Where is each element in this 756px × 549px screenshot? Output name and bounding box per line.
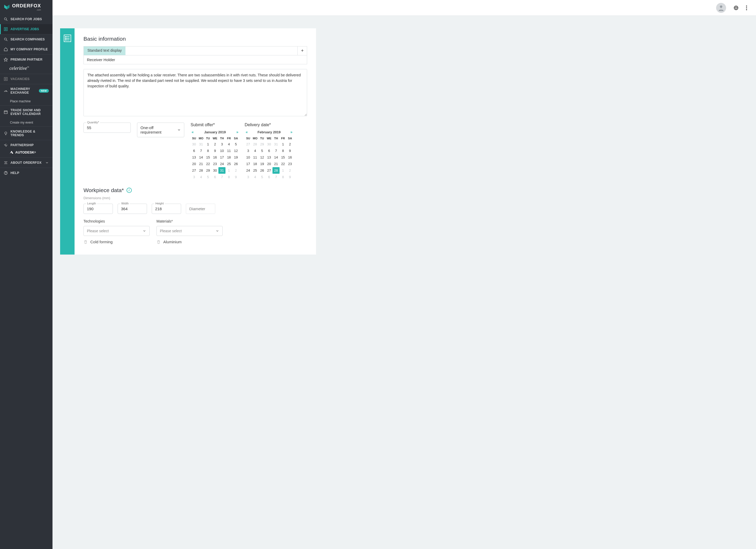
height-input[interactable] [152,204,181,214]
calendar-day[interactable]: 5 [204,174,212,180]
calendar-day[interactable]: 31 [272,141,280,147]
calendar-day[interactable]: 7 [218,174,225,180]
calendar-day[interactable]: 8 [204,147,212,154]
sidebar-item-machinery[interactable]: MACHINERY EXCHANGE NEW [0,84,53,97]
trash-icon[interactable] [156,240,161,244]
sidebar-item-premium[interactable]: PREMIUM PARTNER [0,55,53,65]
sidebar-item-tradeshow[interactable]: TRADE SHOW AND EVENT CALENDAR [0,105,53,119]
diameter-input[interactable] [186,204,215,214]
calendar-day[interactable]: 5 [259,147,266,154]
calendar-day[interactable]: 9 [286,174,293,180]
calendar-day[interactable]: 27 [266,167,273,174]
calendar-day[interactable]: 7 [198,147,205,154]
sidebar-sub-create-event[interactable]: Create my event [0,119,53,126]
materials-select[interactable]: Please select [156,226,223,236]
calendar-day[interactable]: 17 [218,154,225,161]
calendar-day[interactable]: 19 [232,154,239,161]
calendar-day[interactable]: 4 [225,141,233,147]
autodesk-logo[interactable]: AUTODESK® [0,150,53,157]
calendar-day[interactable]: 16 [286,154,293,161]
brand-logo[interactable]: ORDERFOX .com [0,0,53,14]
cal-prev-button[interactable]: « [245,130,249,134]
calendar-day[interactable]: 29 [259,141,266,147]
calendar-day[interactable]: 3 [245,147,252,154]
tab-standard-text[interactable]: Standard text display [84,46,125,55]
calendar-day[interactable]: 4 [198,174,205,180]
calendar-day[interactable]: 8 [280,147,287,154]
calendar-day[interactable]: 4 [252,174,259,180]
cal-prev-button[interactable]: « [191,130,195,134]
calendar-day[interactable]: 11 [225,147,233,154]
calendar-day[interactable]: 9 [232,174,239,180]
calendar-day[interactable]: 28 [272,167,280,174]
calendar-day[interactable]: 3 [218,141,225,147]
calendar-day[interactable]: 21 [198,161,205,167]
calendar-day[interactable]: 15 [280,154,287,161]
title-input[interactable] [83,55,307,64]
calendar-day[interactable]: 15 [204,154,212,161]
calendar-day[interactable]: 18 [252,161,259,167]
calendar-day[interactable]: 16 [212,154,219,161]
calendar-day[interactable]: 6 [266,147,273,154]
calendar-day[interactable]: 18 [225,154,233,161]
calendar-day[interactable]: 7 [272,147,280,154]
sidebar-item-search-companies[interactable]: SEARCH COMPANIES [0,34,53,44]
length-input[interactable] [83,204,113,214]
calendar-day[interactable]: 17 [245,161,252,167]
cal-next-button[interactable]: » [235,130,239,134]
premium-partner-logo[interactable]: celeritive [0,65,53,74]
calendar-day[interactable]: 6 [266,174,273,180]
calendar-day[interactable]: 19 [259,161,266,167]
calendar-day[interactable]: 1 [204,141,212,147]
globe-icon[interactable] [733,5,739,10]
calendar-day[interactable]: 30 [212,167,219,174]
calendar-day[interactable]: 6 [212,174,219,180]
calendar-day[interactable]: 22 [280,161,287,167]
calendar-day[interactable]: 1 [280,167,287,174]
calendar-day[interactable]: 2 [286,167,293,174]
calendar-day[interactable]: 10 [245,154,252,161]
calendar-day[interactable]: 2 [212,141,219,147]
description-textarea[interactable]: The attached assembly will be holding a … [83,69,307,116]
add-tab-button[interactable]: + [297,46,307,55]
calendar-day[interactable]: 11 [252,154,259,161]
calendar-day[interactable]: 8 [225,174,233,180]
calendar-day[interactable]: 1 [280,141,287,147]
calendar-day[interactable]: 23 [286,161,293,167]
calendar-day[interactable]: 3 [191,174,198,180]
calendar-day[interactable]: 26 [232,161,239,167]
calendar-day[interactable]: 13 [191,154,198,161]
calendar-day[interactable]: 9 [286,147,293,154]
sidebar-item-company-profile[interactable]: MY COMPANY PROFILE [0,44,53,54]
calendar-day[interactable]: 24 [245,167,252,174]
calendar-day[interactable]: 8 [280,174,287,180]
calendar-day[interactable]: 2 [232,167,239,174]
sidebar-item-advertise-jobs[interactable]: ADVERTISE JOBS [0,24,53,34]
calendar-day[interactable]: 7 [272,174,280,180]
calendar-day[interactable]: 10 [218,147,225,154]
calendar-day[interactable]: 29 [204,167,212,174]
calendar-day[interactable]: 1 [225,167,233,174]
user-avatar[interactable] [716,3,726,13]
sidebar-item-vacancies[interactable]: VACANCIES [0,74,53,84]
calendar-day[interactable]: 22 [204,161,212,167]
sidebar-item-knowledge[interactable]: KNOWLEDGE & TRENDS [0,127,53,140]
info-icon[interactable]: i [127,188,132,193]
calendar-day[interactable]: 20 [191,161,198,167]
calendar-day[interactable]: 4 [252,147,259,154]
calendar-day[interactable]: 30 [266,141,273,147]
calendar-day[interactable]: 5 [259,174,266,180]
calendar-day[interactable]: 27 [191,167,198,174]
calendar-day[interactable]: 13 [266,154,273,161]
calendar-day[interactable]: 12 [232,147,239,154]
quantity-input[interactable] [83,123,131,133]
calendar-day[interactable]: 14 [198,154,205,161]
calendar-day[interactable]: 9 [212,147,219,154]
calendar-day[interactable]: 23 [212,161,219,167]
requirement-select[interactable]: One-off requirement [137,123,184,137]
sidebar-item-about[interactable]: ABOUT ORDERFOX [0,158,53,168]
calendar-day[interactable]: 25 [225,161,233,167]
calendar-day[interactable]: 31 [198,141,205,147]
calendar-day[interactable]: 12 [259,154,266,161]
calendar-day[interactable]: 6 [191,147,198,154]
